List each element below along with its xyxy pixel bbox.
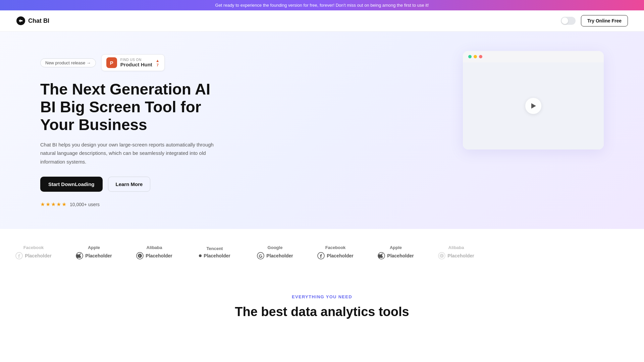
brands-section: Facebook Placeholder Apple Placeholder A…	[0, 229, 644, 270]
star-rating: ★ ★ ★ ★ ★	[40, 201, 66, 207]
logo-text: Chat BI	[28, 17, 49, 24]
product-hunt-badge[interactable]: P FIND US ON Product Hunt ▲ 7	[101, 54, 165, 71]
brand-item-apple-2: Apple Placeholder	[376, 245, 416, 259]
brand-icon-apple2	[378, 252, 385, 259]
brand-placeholder-label: Placeholder	[387, 253, 414, 258]
brand-dot-tencent	[199, 254, 202, 257]
star-3: ★	[51, 201, 56, 207]
browser-content	[463, 62, 604, 149]
ph-vote-count: 7	[157, 63, 159, 67]
svg-point-7	[438, 252, 445, 259]
logo-icon	[16, 16, 25, 25]
hero-cta: Start DownLoading Learn More	[40, 177, 228, 192]
browser-dot-green	[468, 55, 472, 58]
hero-badges: New product release → P FIND US ON Produ…	[40, 54, 228, 71]
browser-dot-yellow	[474, 55, 477, 58]
star-2: ★	[46, 201, 50, 207]
logo[interactable]: Chat BI	[16, 16, 49, 25]
brand-name: Alibaba	[147, 245, 162, 250]
svg-point-3	[137, 252, 143, 259]
hero-title: The Next Generation AI BI Big Screen Too…	[40, 80, 228, 134]
brand-logo-row: Placeholder	[257, 252, 293, 259]
brand-placeholder-label: Placeholder	[327, 253, 353, 258]
features-section: EVERYTHING YOU NEED The best data analyt…	[0, 270, 644, 335]
browser-mockup	[463, 51, 604, 149]
theme-toggle[interactable]	[561, 17, 576, 25]
hero-right	[228, 48, 604, 149]
try-online-button[interactable]: Try Online Free	[581, 15, 628, 26]
brand-name: Apple	[390, 245, 402, 250]
brand-placeholder-label: Placeholder	[204, 253, 230, 258]
brand-icon-google	[257, 252, 264, 259]
brand-logo-row: Placeholder	[15, 252, 51, 259]
product-hunt-icon: P	[106, 57, 117, 68]
brand-logo-row: Placeholder	[438, 252, 474, 259]
banner-text: Get ready to experience the founding ver…	[215, 3, 429, 8]
brand-item-tencent: Tencent Placeholder	[195, 246, 235, 258]
star-5: ★	[62, 201, 66, 207]
brand-placeholder-label: Placeholder	[85, 253, 112, 258]
brand-logo-row: Placeholder	[317, 252, 353, 259]
learn-more-button[interactable]: Learn More	[108, 177, 151, 192]
ph-find-us-label: FIND US ON	[120, 58, 152, 62]
features-eyebrow: EVERYTHING YOU NEED	[16, 294, 628, 299]
brand-logo-row: Placeholder	[199, 253, 230, 258]
brand-name: Tencent	[207, 246, 223, 251]
brand-name: Apple	[88, 245, 100, 250]
nav-right: Try Online Free	[561, 15, 628, 26]
features-title: The best data analytics tools	[16, 305, 628, 319]
brand-name: Facebook	[325, 245, 346, 250]
ph-arrow: ▲	[156, 58, 160, 63]
brand-icon-alibaba2	[438, 252, 445, 259]
brand-name: Facebook	[23, 245, 44, 250]
new-product-badge[interactable]: New product release →	[40, 58, 96, 67]
star-4: ★	[56, 201, 61, 207]
hero-section: New product release → P FIND US ON Produ…	[0, 32, 644, 229]
brand-item-facebook-faded: Facebook Placeholder	[13, 245, 54, 259]
play-button[interactable]	[525, 98, 541, 114]
brand-item-facebook-2: Facebook Placeholder	[315, 245, 356, 259]
brands-scroll: Facebook Placeholder Apple Placeholder A…	[0, 245, 644, 259]
brand-icon-facebook	[15, 252, 23, 259]
brand-logo-row: Placeholder	[378, 252, 414, 259]
brand-item-alibaba: Alibaba Placeholder	[134, 245, 174, 259]
svg-point-4	[257, 252, 264, 259]
brand-name: Alibaba	[448, 245, 464, 250]
brand-icon-apple	[76, 252, 83, 259]
brand-placeholder-label: Placeholder	[25, 253, 51, 258]
brand-logo-row: Placeholder	[76, 252, 112, 259]
brand-logo-row: Placeholder	[136, 252, 172, 259]
users-count: 10,000+ users	[70, 202, 100, 207]
star-1: ★	[40, 201, 45, 207]
brand-item-alibaba-faded: Alibaba Placeholder	[436, 245, 476, 259]
play-icon	[531, 103, 536, 109]
product-hunt-text: FIND US ON Product Hunt	[120, 58, 152, 67]
brand-placeholder-label: Placeholder	[447, 253, 474, 258]
brand-item-apple-1: Apple Placeholder	[74, 245, 114, 259]
brand-icon-facebook2	[317, 252, 325, 259]
navbar: Chat BI Try Online Free	[0, 10, 644, 32]
brand-placeholder-label: Placeholder	[146, 253, 172, 258]
start-downloading-button[interactable]: Start DownLoading	[40, 177, 103, 192]
ph-votes: ▲ 7	[156, 58, 160, 67]
brand-placeholder-label: Placeholder	[266, 253, 293, 258]
browser-bar	[463, 51, 604, 62]
ph-name: Product Hunt	[120, 62, 152, 67]
brand-icon-alibaba	[136, 252, 144, 259]
brand-item-google: Google Placeholder	[255, 245, 295, 259]
hero-description: Chat BI helps you design your own large-…	[40, 140, 228, 166]
social-proof: ★ ★ ★ ★ ★ 10,000+ users	[40, 201, 228, 207]
brand-name: Google	[268, 245, 283, 250]
hero-left: New product release → P FIND US ON Produ…	[40, 48, 228, 207]
top-banner: Get ready to experience the founding ver…	[0, 0, 644, 10]
browser-dot-red	[479, 55, 482, 58]
